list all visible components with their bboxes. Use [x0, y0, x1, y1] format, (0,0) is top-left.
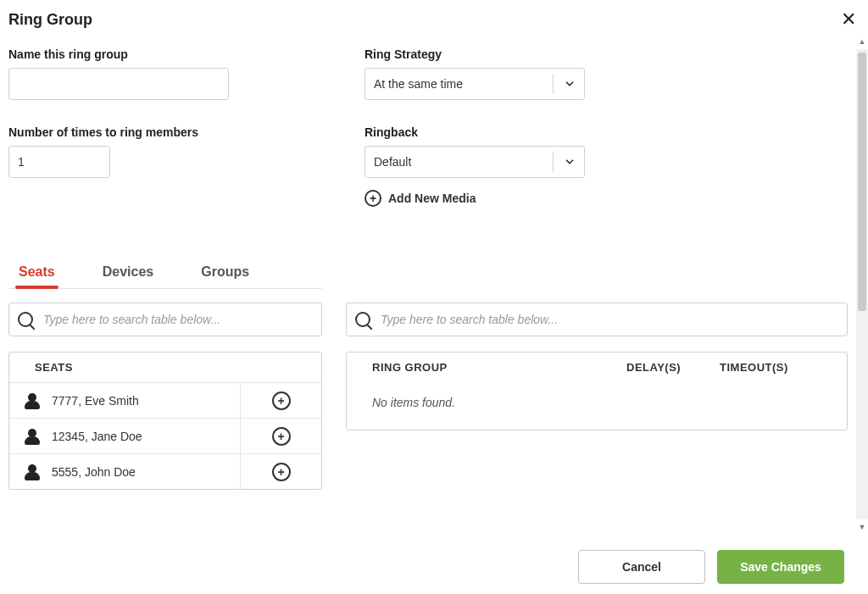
table-row: 5555, John Doe + — [9, 453, 321, 489]
form-row-1: Name this ring group Ring Strategy At th… — [8, 47, 848, 100]
name-label: Name this ring group — [8, 47, 331, 61]
add-seat-button[interactable]: + — [240, 454, 321, 489]
right-pane: RING GROUP DELAY(S) TIMEOUT(S) No items … — [346, 303, 848, 490]
field-ringback: Ringback Default + Add New Media — [364, 125, 848, 207]
seat-cell: 7777, Eve Smith — [9, 393, 240, 408]
left-pane: SEATS 7777, Eve Smith + 12345, Jane Doe — [8, 303, 322, 490]
ring-group-table-header: RING GROUP DELAY(S) TIMEOUT(S) — [347, 353, 847, 382]
ring-times-input[interactable] — [8, 146, 110, 178]
plus-circle-icon: + — [272, 427, 291, 446]
search-right[interactable] — [346, 303, 848, 336]
search-icon — [355, 312, 370, 327]
ring-strategy-label: Ring Strategy — [364, 47, 848, 61]
ringback-value: Default — [374, 155, 411, 169]
add-new-media-button[interactable]: + Add New Media — [364, 190, 848, 207]
ring-strategy-value: At the same time — [374, 77, 463, 91]
modal-title: Ring Group — [8, 11, 92, 29]
chevron-down-icon — [553, 152, 576, 172]
table-row: 12345, Jane Doe + — [9, 418, 321, 453]
col-timeout: TIMEOUT(S) — [720, 361, 821, 374]
modal-header: Ring Group ✕ — [0, 0, 868, 32]
tab-devices[interactable]: Devices — [99, 258, 158, 288]
seat-cell: 12345, Jane Doe — [9, 429, 240, 444]
cancel-button[interactable]: Cancel — [578, 550, 705, 584]
table-row: 7777, Eve Smith + — [9, 382, 321, 418]
dual-panes: SEATS 7777, Eve Smith + 12345, Jane Doe — [8, 303, 848, 490]
seat-label: 5555, John Doe — [52, 465, 136, 479]
close-icon[interactable]: ✕ — [841, 10, 856, 29]
seat-cell: 5555, John Doe — [9, 464, 240, 480]
form-row-2: Number of times to ring members Ringback… — [8, 125, 848, 207]
tabs: Seats Devices Groups — [8, 258, 322, 289]
seat-label: 7777, Eve Smith — [52, 394, 139, 408]
chevron-down-icon — [553, 74, 576, 94]
plus-circle-icon: + — [272, 463, 291, 481]
field-ring-strategy: Ring Strategy At the same time — [364, 47, 848, 100]
search-icon — [18, 312, 33, 327]
plus-circle-icon: + — [272, 391, 291, 410]
modal-footer: Cancel Save Changes — [0, 540, 868, 594]
col-delay: DELAY(S) — [626, 361, 720, 374]
field-name: Name this ring group — [8, 47, 331, 100]
person-icon — [25, 464, 40, 480]
seats-table-header: SEATS — [9, 353, 321, 382]
person-icon — [25, 393, 40, 408]
add-seat-button[interactable]: + — [240, 383, 321, 418]
add-seat-button[interactable]: + — [240, 419, 321, 453]
ringback-label: Ringback — [364, 125, 848, 139]
seat-label: 12345, Jane Doe — [52, 430, 142, 443]
ringback-select[interactable]: Default — [364, 146, 585, 178]
seats-header-label: SEATS — [35, 361, 296, 374]
name-input[interactable] — [8, 68, 229, 100]
seats-table: SEATS 7777, Eve Smith + 12345, Jane Doe — [8, 352, 322, 490]
tab-seats[interactable]: Seats — [15, 258, 58, 288]
add-media-label: Add New Media — [388, 192, 476, 205]
ring-strategy-select[interactable]: At the same time — [364, 68, 585, 100]
ring-times-label: Number of times to ring members — [8, 125, 331, 139]
tab-groups[interactable]: Groups — [198, 258, 253, 288]
modal-content: Name this ring group Ring Strategy At th… — [0, 36, 860, 535]
col-ring-group: RING GROUP — [372, 361, 626, 374]
search-input-right[interactable] — [379, 312, 838, 327]
field-ring-times: Number of times to ring members — [8, 125, 331, 207]
search-input-left[interactable] — [42, 312, 313, 327]
plus-circle-icon: + — [364, 190, 381, 207]
search-left[interactable] — [8, 303, 322, 336]
ring-group-table: RING GROUP DELAY(S) TIMEOUT(S) No items … — [346, 352, 848, 430]
person-icon — [25, 429, 40, 444]
save-changes-button[interactable]: Save Changes — [717, 550, 844, 584]
empty-message: No items found. — [347, 382, 847, 430]
